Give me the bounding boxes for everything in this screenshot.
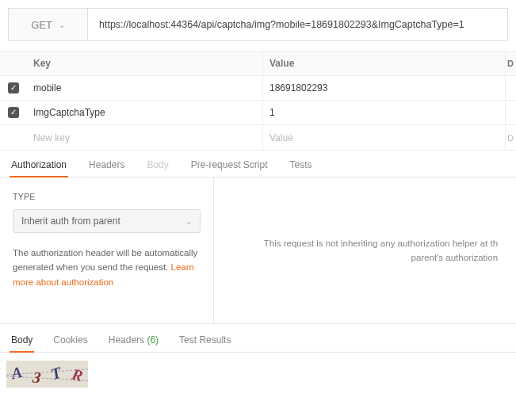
auth-left-pane: TYPE Inherit auth from parent ⌄ The auth… <box>0 178 214 323</box>
request-url-bar: GET ⌄ <box>8 8 508 41</box>
params-header-value: Value <box>263 52 505 75</box>
table-row[interactable]: ImgCaptchaType 1 <box>0 101 516 125</box>
table-row[interactable]: mobile 18691802293 <box>0 76 516 101</box>
resp-tab-headers[interactable]: Headers (6) <box>107 334 160 352</box>
response-body: A 3 T R <box>0 353 516 395</box>
resp-tab-test-results[interactable]: Test Results <box>178 334 232 352</box>
auth-msg-line2: parent's authorization <box>411 253 499 262</box>
chevron-down-icon: ⌄ <box>185 217 192 226</box>
auth-type-select[interactable]: Inherit auth from parent ⌄ <box>13 209 201 233</box>
request-tabs: Authorization Headers Body Pre-request S… <box>0 151 516 178</box>
auth-msg-line1: This request is not inheriting any autho… <box>264 239 498 248</box>
auth-right-pane: This request is not inheriting any autho… <box>214 178 516 323</box>
checkbox-checked-icon[interactable] <box>8 82 19 94</box>
params-header-row: Key Value D <box>0 52 516 76</box>
new-desc-input[interactable]: D <box>505 125 516 150</box>
auth-description: The authorization header will be automat… <box>13 246 201 289</box>
params-header-key: Key <box>27 52 263 75</box>
resp-headers-count: (6) <box>147 334 159 346</box>
params-table: Key Value D mobile 18691802293 ImgCaptch… <box>0 51 516 151</box>
tab-authorization[interactable]: Authorization <box>10 159 68 177</box>
param-value-cell[interactable]: 1 <box>263 101 505 124</box>
table-row-new[interactable]: New key Value D <box>0 125 516 150</box>
response-tabs: Body Cookies Headers (6) Test Results <box>0 324 516 353</box>
param-key-cell[interactable]: mobile <box>27 76 263 100</box>
new-key-input[interactable]: New key <box>27 125 263 150</box>
auth-type-label: TYPE <box>13 192 201 201</box>
param-key-cell[interactable]: ImgCaptchaType <box>27 101 263 124</box>
new-value-input[interactable]: Value <box>263 125 505 150</box>
tab-tests[interactable]: Tests <box>288 159 313 177</box>
tab-prerequest[interactable]: Pre-request Script <box>189 159 269 177</box>
checkbox-checked-icon[interactable] <box>8 107 19 118</box>
chevron-down-icon: ⌄ <box>59 21 65 29</box>
resp-tab-cookies[interactable]: Cookies <box>52 334 89 352</box>
param-value-cell[interactable]: 18691802293 <box>263 76 505 100</box>
param-desc-cell[interactable] <box>505 101 516 124</box>
auth-type-selected: Inherit auth from parent <box>21 216 120 227</box>
method-label: GET <box>31 19 52 31</box>
tab-headers[interactable]: Headers <box>87 159 126 177</box>
captcha-image: A 3 T R <box>6 361 88 388</box>
row-checkbox-cell[interactable] <box>0 82 27 94</box>
resp-tab-body[interactable]: Body <box>10 334 34 352</box>
row-checkbox-cell[interactable] <box>0 107 27 118</box>
tab-body[interactable]: Body <box>145 159 170 177</box>
auth-inherit-message: This request is not inheriting any autho… <box>232 236 498 265</box>
params-header-desc: D <box>505 52 516 75</box>
resp-headers-label: Headers <box>109 334 144 346</box>
param-desc-cell[interactable] <box>505 76 516 100</box>
url-input[interactable] <box>88 9 507 40</box>
method-select[interactable]: GET ⌄ <box>9 9 88 40</box>
authorization-panel: TYPE Inherit auth from parent ⌄ The auth… <box>0 178 516 324</box>
